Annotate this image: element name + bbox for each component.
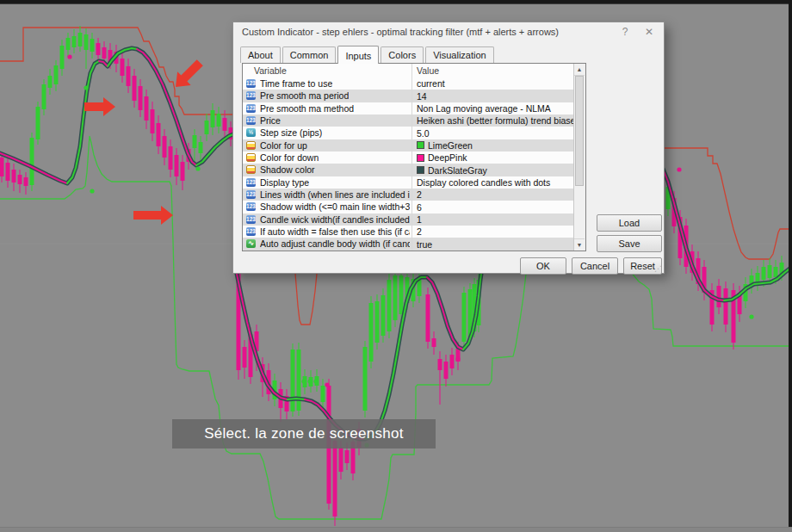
param-row[interactable]: 123Display typeDisplay colored candles w… [243, 176, 574, 189]
candle-body [717, 286, 721, 307]
param-value[interactable]: 14 [417, 90, 427, 102]
tab-visualization[interactable]: Visualization [425, 46, 494, 63]
param-value[interactable]: current [417, 77, 445, 90]
candle-body [157, 123, 161, 146]
param-name: Pre smooth ma period [260, 90, 349, 102]
candle-body [151, 109, 155, 133]
filter-segment [288, 399, 305, 399]
candle-body [444, 362, 449, 379]
param-value[interactable]: 2 [417, 189, 422, 201]
dialog-titlebar[interactable]: Custom Indicator - step ehlers - optimal… [233, 22, 664, 41]
param-value[interactable]: true [417, 238, 432, 250]
signal-dot [749, 314, 753, 319]
tab-about[interactable]: About [240, 46, 281, 63]
ok-button[interactable]: OK [520, 257, 566, 275]
param-row[interactable]: 123Candle wick width(if candles included… [243, 213, 574, 226]
candle-body [432, 338, 436, 347]
param-value[interactable]: 6 [417, 201, 422, 213]
numeric-param-icon: 123 [246, 104, 256, 113]
param-value[interactable]: LimeGreen [417, 139, 473, 152]
candle-body [84, 34, 89, 50]
candle-body [291, 350, 295, 411]
close-icon[interactable]: ✕ [641, 26, 657, 38]
signal-dot [301, 379, 306, 383]
tab-common[interactable]: Common [282, 46, 337, 63]
candle-body [175, 155, 179, 176]
param-value[interactable]: 1 [417, 213, 422, 226]
candle-body [381, 295, 386, 336]
window-top-edge [0, 0, 792, 4]
red-arrow-icon [176, 59, 203, 87]
scroll-up-icon[interactable]: ▲ [574, 64, 585, 76]
candle-body [369, 303, 374, 362]
candle-body [243, 347, 247, 368]
numeric-param-icon: 123 [246, 227, 256, 236]
param-row[interactable]: 123Pre smooth ma period14 [243, 90, 574, 102]
tab-colors[interactable]: Colors [381, 46, 424, 63]
param-value[interactable]: Display colored candles with dots [417, 176, 550, 189]
load-button[interactable]: Load [597, 214, 662, 232]
numeric-param-icon: 123 [246, 215, 256, 224]
scrollbar-thumb[interactable] [575, 76, 584, 186]
save-button[interactable]: Save [597, 235, 662, 252]
param-row[interactable]: 123Shadow width (<=0 main line width+3)6 [243, 201, 574, 213]
param-row[interactable]: ∿Auto adjust candle body width (if candl… [243, 238, 574, 250]
candle-body [60, 46, 65, 69]
param-row[interactable]: Color for downDeepPink [243, 152, 574, 164]
candle-body [211, 110, 215, 127]
table-scrollbar[interactable]: ▲ ▼ [573, 64, 585, 251]
param-name: Time frame to use [260, 77, 332, 90]
param-row[interactable]: 123PriceHeiken ashi (better formula) tre… [243, 114, 574, 127]
candle-body [54, 65, 59, 84]
candle-body [768, 265, 772, 278]
numeric-param-icon: 123 [246, 202, 256, 211]
param-row[interactable]: 123Pre smooth ma methodNon Lag moving av… [243, 102, 574, 114]
param-value[interactable]: 2 [417, 226, 422, 238]
param-row[interactable]: Shadow colorDarkSlateGray [243, 164, 574, 176]
candle-body [724, 288, 728, 325]
resize-grip-icon[interactable]: ⋰ [654, 264, 662, 273]
param-value[interactable]: 5.0 [417, 127, 430, 139]
param-value[interactable]: Heiken ashi (better formula) trend biase… [417, 114, 574, 127]
candle-body [48, 76, 53, 88]
candle-body [438, 359, 442, 370]
signal-dot [84, 85, 88, 90]
param-row[interactable]: 123If auto width = false then use this (… [243, 226, 574, 238]
cancel-button[interactable]: Cancel [572, 257, 618, 275]
candle-body [96, 43, 101, 55]
candle-body [78, 33, 83, 46]
candle-body [72, 36, 77, 47]
dialog-title: Custom Indicator - step ehlers - optimal… [242, 27, 559, 37]
param-name: Display type [260, 176, 309, 189]
candle-body [6, 163, 10, 181]
candle-body [774, 267, 778, 277]
candle-body [375, 301, 380, 343]
signal-dot [313, 379, 318, 383]
candle-body [462, 293, 467, 342]
param-row[interactable]: 123Time frame to usecurrent [243, 77, 574, 90]
candle-body [426, 294, 430, 342]
scroll-down-icon[interactable]: ▼ [574, 238, 585, 251]
param-value[interactable]: DeepPink [417, 152, 467, 164]
param-name: Pre smooth ma method [260, 102, 354, 114]
param-name: Price [260, 114, 281, 127]
candle-body [193, 135, 197, 148]
indicator-dialog: Custom Indicator - step ehlers - optimal… [232, 22, 665, 274]
red-arrow-icon [133, 206, 173, 225]
candle-body [363, 347, 368, 411]
param-row[interactable]: 123Lines width (when lines are included … [243, 189, 574, 201]
tab-inputs[interactable]: Inputs [337, 46, 379, 64]
help-button[interactable]: ? [617, 26, 633, 38]
param-row[interactable]: Color for upLimeGreen [243, 139, 574, 152]
candle-body [450, 355, 455, 368]
candle-body [36, 107, 40, 139]
param-name: If auto width = false then use this (if … [260, 226, 410, 238]
window-right-edge [789, 0, 792, 527]
param-value[interactable]: Non Lag moving average - NLMA [417, 102, 551, 114]
decimal-param-icon: ½ [246, 128, 256, 137]
param-value[interactable]: DarkSlateGray [417, 164, 487, 176]
param-row[interactable]: ½Step size (pips)5.0 [243, 127, 574, 139]
candle-body [127, 66, 131, 86]
screenshot-tooltip: Sélect. la zone de screenshot [172, 419, 436, 448]
numeric-param-icon: 123 [246, 178, 256, 187]
